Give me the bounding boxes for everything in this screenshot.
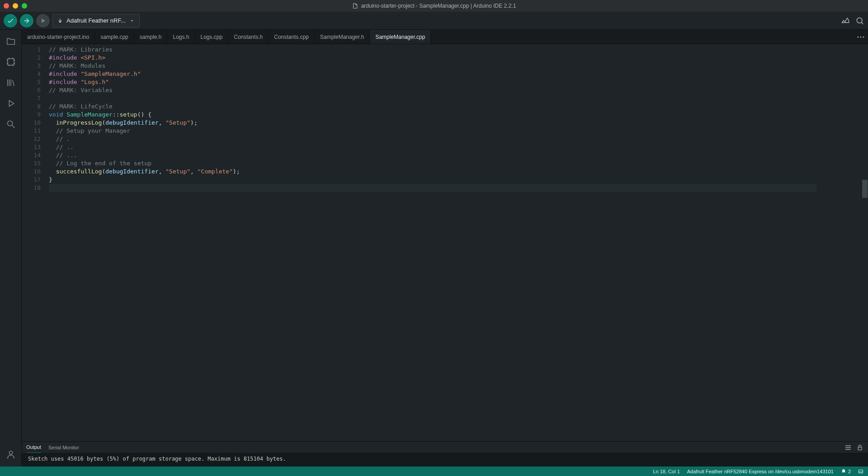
code-line[interactable]: void SampleManager::setup() { [49, 111, 868, 119]
usb-icon [57, 18, 63, 23]
svg-point-4 [858, 36, 859, 37]
code-line[interactable]: // Setup your Manager [49, 127, 868, 135]
tab-sample-h[interactable]: sample.h [134, 30, 168, 44]
panel-tab-bar: OutputSerial Monitor [22, 442, 868, 453]
code-line[interactable]: inProgressLog(debugIdentifier, "Setup"); [49, 119, 868, 127]
line-number: 5 [22, 78, 41, 86]
line-number: 4 [22, 70, 41, 78]
line-number: 6 [22, 86, 41, 94]
code-line[interactable]: // . [49, 135, 868, 143]
code-line[interactable] [49, 184, 868, 192]
tab-sample-cpp[interactable]: sample.cpp [95, 30, 134, 44]
debug-play-icon [39, 17, 47, 24]
svg-rect-8 [859, 470, 863, 473]
bottom-panel: OutputSerial Monitor Sketch uses 45016 b… [22, 441, 868, 467]
debug-panel-icon[interactable] [5, 98, 17, 109]
titlebar: arduino-starter-project - SampleManager.… [0, 0, 868, 12]
board-selector[interactable]: Adafruit Feather nRF... [52, 14, 140, 28]
svg-rect-1 [7, 59, 14, 65]
code-line[interactable] [49, 94, 868, 103]
library-manager-icon[interactable] [5, 77, 17, 89]
tab-constants-h[interactable]: Constants.h [228, 30, 269, 44]
window-minimize[interactable] [13, 3, 18, 9]
code-line[interactable]: // .. [49, 143, 868, 151]
line-number: 12 [22, 135, 41, 143]
scrollbar-track[interactable] [862, 44, 868, 441]
code-line[interactable]: #include "SampleManager.h" [49, 70, 868, 78]
line-number: 3 [22, 62, 41, 70]
tab-constants-cpp[interactable]: Constants.cpp [269, 30, 315, 44]
line-number: 18 [22, 184, 41, 192]
code-line[interactable]: // MARK: Variables [49, 86, 868, 94]
tab-samplemanager-cpp[interactable]: SampleManager.cpp [370, 30, 431, 44]
line-number: 10 [22, 119, 41, 127]
serial-monitor-icon[interactable] [855, 16, 864, 25]
status-cursor[interactable]: Ln 18, Col 1 [653, 469, 679, 474]
svg-point-5 [860, 36, 862, 37]
chevron-down-icon [129, 18, 135, 23]
line-number: 9 [22, 111, 41, 119]
code-line[interactable]: // Log the end of the setup [49, 159, 868, 168]
traffic-lights [4, 3, 27, 9]
file-icon [352, 3, 359, 9]
output-text: Sketch uses 45016 bytes (5%) of program … [28, 456, 286, 462]
tab-bar: arduino-starter-project.inosample.cppsam… [22, 30, 868, 44]
code-line[interactable]: #include <SPI.h> [49, 54, 868, 62]
window-title: arduino-starter-project - SampleManager.… [352, 3, 516, 9]
line-gutter: 123456789101112131415161718 [22, 44, 49, 441]
notification-count: 2 [848, 469, 851, 474]
boards-manager-icon[interactable] [5, 56, 17, 68]
tab-logs-h[interactable]: Logs.h [167, 30, 195, 44]
toolbar: Adafruit Feather nRF... [0, 12, 868, 30]
status-notifications[interactable]: 2 [841, 469, 851, 474]
code-line[interactable]: // MARK: Libraries [49, 46, 868, 54]
arrow-right-icon [23, 17, 30, 24]
code-editor[interactable]: 123456789101112131415161718 // MARK: Lib… [22, 44, 868, 441]
plotter-icon[interactable] [841, 16, 850, 25]
line-number: 11 [22, 127, 41, 135]
code-content[interactable]: // MARK: Libraries#include <SPI.h>// MAR… [49, 44, 868, 441]
svg-point-6 [863, 36, 864, 37]
status-close-panel[interactable] [858, 469, 863, 474]
minimap[interactable] [816, 44, 862, 441]
code-line[interactable]: } [49, 176, 868, 184]
tab-samplemanager-h[interactable]: SampleManager.h [315, 30, 370, 44]
tab-arduino-starter-project-ino[interactable]: arduino-starter-project.ino [22, 30, 95, 44]
debug-button[interactable] [36, 14, 50, 28]
code-line[interactable]: // MARK: LifeCycle [49, 103, 868, 111]
code-line[interactable]: // ... [49, 151, 868, 159]
output-body[interactable]: Sketch uses 45016 bytes (5%) of program … [22, 453, 868, 467]
search-icon[interactable] [5, 118, 17, 130]
activity-bar [0, 30, 22, 467]
line-number: 8 [22, 103, 41, 111]
line-number: 16 [22, 168, 41, 176]
upload-button[interactable] [20, 14, 33, 28]
line-number: 7 [22, 94, 41, 103]
tab-overflow-button[interactable] [854, 30, 868, 44]
code-line[interactable]: // MARK: Modules [49, 62, 868, 70]
window-maximize[interactable] [22, 3, 27, 9]
code-line[interactable]: #include "Logs.h" [49, 78, 868, 86]
code-line[interactable]: succesfullLog(debugIdentifier, "Setup", … [49, 168, 868, 176]
line-number: 17 [22, 176, 41, 184]
panel-lock-icon[interactable] [856, 444, 863, 451]
panel-tab-output[interactable]: Output [26, 442, 41, 453]
window-title-text: arduino-starter-project - SampleManager.… [361, 3, 516, 9]
account-icon[interactable] [5, 448, 17, 460]
verify-button[interactable] [4, 14, 17, 28]
check-icon [7, 17, 14, 24]
bell-icon [841, 469, 846, 474]
svg-point-3 [9, 451, 12, 454]
sketchbook-icon[interactable] [5, 35, 17, 47]
svg-point-0 [857, 18, 862, 23]
svg-rect-7 [858, 447, 862, 450]
line-number: 15 [22, 159, 41, 168]
tab-logs-cpp[interactable]: Logs.cpp [195, 30, 229, 44]
line-number: 2 [22, 54, 41, 62]
scrollbar-thumb[interactable] [862, 180, 868, 198]
panel-tab-serial-monitor[interactable]: Serial Monitor [48, 442, 79, 453]
panel-close-icon [858, 469, 863, 474]
status-board[interactable]: Adafruit Feather nRF52840 Express on /de… [687, 469, 834, 474]
panel-list-icon[interactable] [844, 444, 852, 451]
window-close[interactable] [4, 3, 9, 9]
